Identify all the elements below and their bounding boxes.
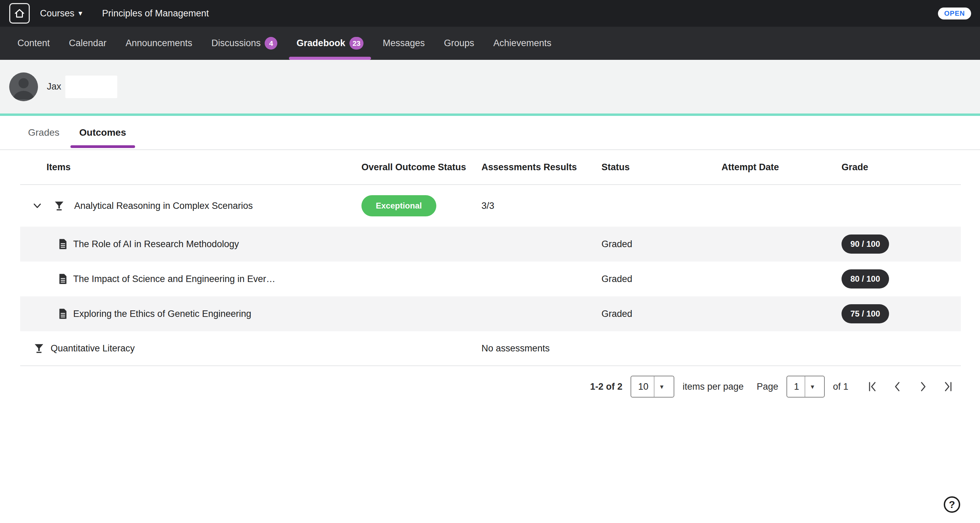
grade-badge: 75 / 100 <box>842 304 889 323</box>
assessment-title: Exploring the Ethics of Genetic Engineer… <box>73 309 251 319</box>
pager-arrows <box>865 380 955 393</box>
gradebook-subtabs: Grades Outcomes <box>0 116 980 150</box>
outcome-icon <box>33 342 45 354</box>
column-header-attempt-date: Attempt Date <box>721 162 842 173</box>
nav-tab-label: Gradebook <box>296 38 345 49</box>
nav-tab-calendar[interactable]: Calendar <box>59 27 116 60</box>
previous-page-button[interactable] <box>891 380 904 393</box>
redacted-name <box>65 76 117 98</box>
course-title: Principles of Management <box>102 8 209 19</box>
nav-tab-label: Achievements <box>493 38 552 49</box>
items-per-page-value: 10 <box>631 382 654 392</box>
assessment-row: Exploring the Ethics of Genetic Engineer… <box>20 296 961 331</box>
chevron-down-icon: ▾ <box>805 376 819 397</box>
next-page-button[interactable] <box>916 380 930 393</box>
assessment-status: Graded <box>601 274 721 285</box>
nav-tab-groups[interactable]: Groups <box>434 27 484 60</box>
chevron-left-icon <box>891 380 904 393</box>
nav-tab-gradebook[interactable]: Gradebook 23 <box>287 27 373 60</box>
nav-tab-label: Discussions <box>211 38 261 49</box>
assessment-row: The Role of AI in Research Methodology G… <box>20 227 961 262</box>
chevron-down-icon <box>31 200 43 212</box>
person-silhouette-icon <box>9 73 38 101</box>
tab-outcomes-label: Outcomes <box>80 127 126 138</box>
assessment-row: The Impact of Science and Engineering in… <box>20 262 961 296</box>
page-number-select[interactable]: 1 ▾ <box>786 376 825 397</box>
results-range-label: 1-2 of 2 <box>590 382 623 392</box>
discussions-count-badge: 4 <box>265 37 277 49</box>
gradebook-count-badge: 23 <box>350 37 363 49</box>
avatar <box>9 73 38 101</box>
outcome-title: Quantitative Literacy <box>51 343 135 354</box>
page-number-value: 1 <box>787 382 805 392</box>
column-header-overall-outcome-status: Overall Outcome Status <box>361 162 482 173</box>
outcome-title: Analytical Reasoning in Complex Scenario… <box>74 201 253 211</box>
assessment-title: The Impact of Science and Engineering in… <box>73 274 275 285</box>
nav-tab-messages[interactable]: Messages <box>373 27 434 60</box>
help-button[interactable]: ? <box>944 496 960 513</box>
student-name: Jax <box>47 81 61 92</box>
document-icon <box>58 238 68 250</box>
nav-tab-announcements[interactable]: Announcements <box>116 27 202 60</box>
chevron-down-icon: ▾ <box>79 10 83 17</box>
column-header-items: Items <box>20 162 361 173</box>
last-page-icon <box>941 380 955 393</box>
nav-tab-content[interactable]: Content <box>8 27 59 60</box>
assessments-results-value: 3/3 <box>482 201 601 211</box>
courses-label: Courses <box>40 8 75 19</box>
items-per-page-label: items per page <box>682 382 744 392</box>
chevron-right-icon <box>916 380 930 393</box>
outcome-row: Quantitative Literacy No assessments <box>20 331 961 366</box>
overall-status-badge: Exceptional <box>361 195 436 216</box>
nav-tab-discussions[interactable]: Discussions 4 <box>202 27 287 60</box>
assessments-results-value: No assessments <box>482 343 601 354</box>
last-page-button[interactable] <box>941 380 955 393</box>
tab-grades-label: Grades <box>28 127 59 138</box>
table-header-row: Items Overall Outcome Status Assessments… <box>20 150 961 185</box>
assessment-title: The Role of AI in Research Methodology <box>73 239 239 250</box>
outcome-icon <box>53 200 65 212</box>
column-header-status: Status <box>601 162 721 173</box>
student-header: Jax <box>0 60 980 113</box>
document-icon <box>58 308 68 319</box>
grade-badge: 90 / 100 <box>842 235 889 254</box>
column-header-assessments-results: Assessments Results <box>482 162 601 173</box>
outcome-row: Analytical Reasoning in Complex Scenario… <box>20 185 961 227</box>
pagination-bar: 1-2 of 2 10 ▾ items per page Page 1 ▾ of… <box>0 366 980 407</box>
top-app-bar: Courses ▾ Principles of Management OPEN <box>0 0 980 27</box>
open-status-badge: OPEN <box>938 8 971 19</box>
total-pages-label: of 1 <box>833 382 848 392</box>
nav-tab-label: Calendar <box>69 38 107 49</box>
grade-badge: 80 / 100 <box>842 269 889 288</box>
tab-outcomes[interactable]: Outcomes <box>70 116 135 149</box>
collapse-outcome-button[interactable] <box>30 199 44 213</box>
document-icon <box>58 273 68 285</box>
page-label: Page <box>757 382 778 392</box>
accent-divider <box>0 113 980 116</box>
nav-tab-label: Announcements <box>126 38 192 49</box>
home-button[interactable] <box>9 3 30 24</box>
help-icon: ? <box>949 499 955 510</box>
course-nav: Content Calendar Announcements Discussio… <box>0 27 980 60</box>
courses-dropdown[interactable]: Courses ▾ <box>40 8 83 19</box>
nav-tab-label: Content <box>18 38 50 49</box>
nav-tab-label: Messages <box>383 38 425 49</box>
nav-tab-achievements[interactable]: Achievements <box>484 27 561 60</box>
nav-tab-label: Groups <box>444 38 474 49</box>
tab-grades[interactable]: Grades <box>19 116 68 149</box>
assessment-status: Graded <box>601 309 721 319</box>
column-header-grade: Grade <box>842 162 961 173</box>
home-icon <box>14 8 25 19</box>
chevron-down-icon: ▾ <box>654 376 669 397</box>
first-page-button[interactable] <box>865 380 879 393</box>
assessment-status: Graded <box>601 239 721 250</box>
outcomes-table: Items Overall Outcome Status Assessments… <box>20 150 961 366</box>
first-page-icon <box>865 380 879 393</box>
items-per-page-select[interactable]: 10 ▾ <box>630 376 674 397</box>
